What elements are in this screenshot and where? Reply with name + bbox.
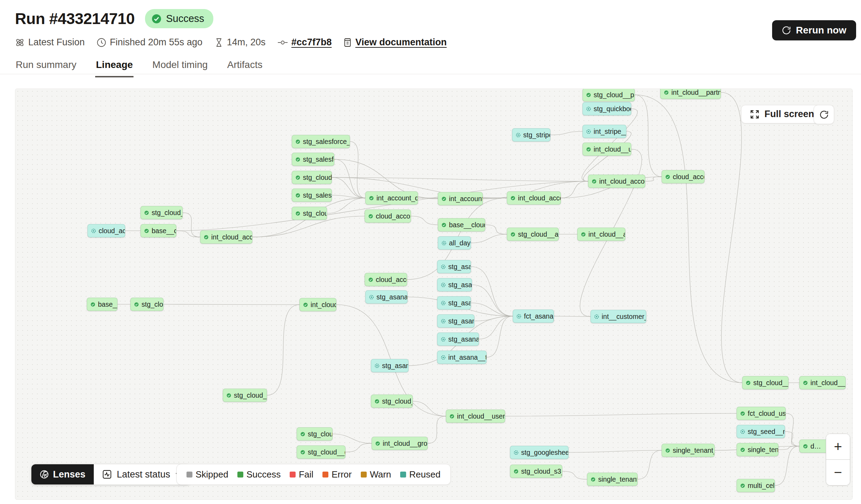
graph-node[interactable]: stg_cloud__… (292, 207, 327, 220)
graph-node-label: base__cloud_… (152, 227, 176, 235)
graph-node[interactable]: stg_cloud_region… (140, 206, 183, 219)
graph-node[interactable]: stg_cloud__us… (292, 171, 332, 184)
graph-node[interactable]: int_cloud__group_per… (372, 437, 428, 450)
graph-node[interactable]: stg_asana__tas… (365, 290, 407, 304)
graph-node-label: stg_asana__tas… (376, 293, 407, 301)
success-status-icon (375, 399, 379, 404)
success-status-icon (586, 147, 591, 152)
finished-meta: Finished 20m 55s ago (97, 37, 203, 48)
graph-node[interactable]: cloud_account… (662, 170, 704, 183)
tab-model-timing[interactable]: Model timing (152, 56, 208, 77)
graph-node-label: int_cloud__partner_con… (671, 89, 721, 97)
graph-node[interactable]: fct_asana_proj… (513, 310, 554, 323)
graph-node[interactable]: cloud_account… (87, 224, 125, 237)
canvas-refresh-button[interactable] (814, 105, 834, 124)
graph-node[interactable]: stg_asana__… (437, 314, 474, 328)
graph-node[interactable]: fct_cloud_user_acc… (737, 407, 786, 420)
success-status-icon (740, 411, 745, 416)
graph-node[interactable]: stg_cloud__group… (297, 445, 345, 459)
graph-node-label: int_cloud_account_ma… (599, 177, 645, 185)
graph-node[interactable]: int_cloud_account_ma… (588, 175, 645, 188)
graph-node[interactable]: cloud_account… (365, 273, 407, 286)
graph-node-label: stg_salesforce… (303, 191, 332, 199)
success-status-icon (450, 414, 454, 419)
graph-node[interactable]: stg_quickbooks__a… (582, 102, 631, 115)
graph-node-label: single_tenant_map… (598, 475, 638, 483)
rerun-now-button[interactable]: Rerun now (772, 20, 856, 40)
graph-node[interactable]: int_asana__task_s… (437, 351, 487, 364)
document-icon (343, 38, 352, 47)
graph-node[interactable]: stg_seed__multireg… (737, 425, 785, 438)
zoom-out-button[interactable]: − (826, 459, 850, 485)
graph-node-label: int__customer_account… (602, 313, 646, 321)
success-status-icon (581, 232, 586, 237)
refresh-icon (782, 26, 791, 35)
graph-node[interactable]: cloud_accounts_… (365, 209, 411, 223)
graph-node[interactable]: single_tenant_map… (587, 473, 638, 486)
tab-lineage[interactable]: Lineage (95, 56, 134, 77)
graph-node[interactable]: stg_cloud_s3_singl… (510, 465, 562, 478)
graph-node[interactable]: stg_asana__pr… (437, 333, 479, 346)
graph-node[interactable]: stg_asana__… (371, 359, 409, 372)
graph-node[interactable]: int_cloud__user_group… (446, 410, 505, 423)
success-status-icon (300, 450, 305, 455)
docs-meta: View documentation (343, 37, 447, 48)
graph-node[interactable]: int_cloud__devel… (799, 376, 846, 389)
graph-node[interactable]: int__customer_account… (590, 310, 646, 323)
legend-label: Error (332, 469, 352, 480)
graph-node[interactable]: stg_cloud_… (297, 427, 333, 441)
graph-node-label: stg_cloud__us… (303, 174, 332, 182)
success-status-icon (514, 469, 518, 474)
graph-node[interactable]: stg_salesforce… (292, 189, 332, 202)
legend-item-error: Error (322, 469, 352, 480)
graph-node[interactable]: stg_cloud__email… (223, 389, 267, 402)
graph-node[interactable]: stg_asana… (437, 296, 471, 310)
graph-node[interactable]: int_stripe__custo… (582, 125, 626, 138)
tab-artifacts[interactable]: Artifacts (227, 56, 263, 77)
graph-node[interactable]: int_account_domain… (365, 191, 418, 205)
graph-node[interactable]: stg_stripe__c… (512, 128, 550, 142)
reused-status-icon (594, 314, 599, 319)
graph-node[interactable]: int_cloud__accoun… (577, 228, 625, 241)
success-status-icon (296, 139, 300, 144)
lineage-canvas[interactable]: stg_salesforce__cloud_…stg_salesforce_…s… (15, 89, 853, 500)
graph-node[interactable]: base__clou… (87, 298, 117, 311)
graph-node[interactable]: stg_cloud__us… (371, 395, 413, 408)
lens-selector[interactable]: Latest status (94, 464, 190, 484)
graph-node[interactable]: stg_cloud__accounts… (507, 228, 559, 241)
reused-status-icon (375, 364, 379, 368)
graph-node-label: d… (810, 442, 821, 450)
graph-node[interactable]: base__cloud_… (140, 224, 176, 237)
tab-run-summary[interactable]: Run summary (15, 56, 77, 77)
graph-node[interactable]: all_days (438, 236, 471, 250)
commit-link[interactable]: #cc7f7b8 (291, 37, 332, 48)
graph-node[interactable]: int_cloud_account_ma… (507, 191, 561, 205)
graph-node[interactable]: stg_cloud_… (130, 298, 163, 311)
zoom-in-button[interactable]: + (826, 434, 850, 459)
graph-node[interactable]: int_cloud__us… (299, 298, 336, 311)
graph-node[interactable]: single_tenant_… (737, 443, 778, 456)
hourglass-icon (214, 38, 223, 47)
graph-node[interactable]: stg_salesforce__cloud_… (292, 135, 350, 148)
graph-node[interactable]: stg_googlesheets__sin… (510, 446, 569, 459)
graph-node[interactable]: stg_asana… (437, 260, 471, 273)
graph-node[interactable]: stg_cloud__devel… (742, 376, 788, 389)
graph-node[interactable]: single_tenant_mapp… (662, 444, 715, 457)
success-status-icon (134, 302, 139, 307)
graph-node[interactable]: int_cloud__partner_con… (660, 89, 721, 99)
graph-node[interactable]: int_account_dom… (438, 192, 483, 205)
lenses-button[interactable]: Lenses (31, 464, 94, 484)
graph-node[interactable]: multi_cell_m… (737, 479, 775, 492)
graph-node[interactable]: int_cloud__user_ac… (582, 143, 631, 156)
graph-node-label: int_account_domain… (376, 194, 418, 202)
graph-node[interactable]: base__cloud_acco… (438, 218, 485, 231)
success-status-icon (740, 448, 745, 452)
graph-node[interactable]: int_cloud_account__m… (200, 230, 252, 244)
reused-status-icon (441, 319, 445, 323)
commit-icon (277, 39, 288, 46)
graph-node[interactable]: stg_cloud__partner_c… (582, 89, 635, 101)
graph-node[interactable]: stg_asana_… (437, 278, 472, 291)
view-documentation-link[interactable]: View documentation (355, 37, 447, 48)
graph-node[interactable]: stg_salesforce_… (292, 153, 334, 166)
full-screen-button[interactable]: Full screen (741, 105, 823, 123)
